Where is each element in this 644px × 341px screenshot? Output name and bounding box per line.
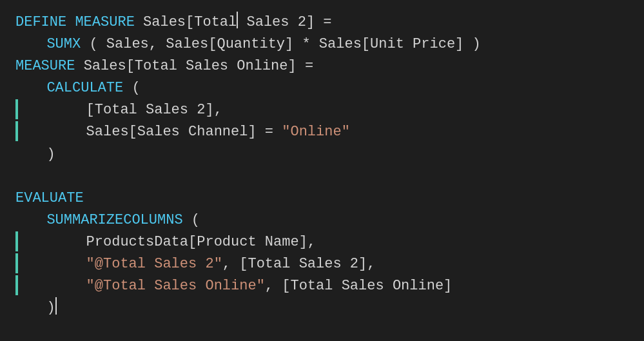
code-text: (: [123, 77, 140, 99]
keyword-summarizecolumns: SUMMARIZECOLUMNS: [46, 209, 182, 231]
string-total-sales-online: "@Total Sales Online": [86, 275, 265, 297]
blank-line: [15, 166, 629, 188]
code-line-2: SUMX ( Sales, Sales[Quantity] * Sales[Un…: [15, 34, 629, 55]
indent: [15, 297, 46, 319]
keyword-measure: MEASURE: [15, 55, 84, 77]
indent: [18, 275, 86, 297]
code-line-11: "@Total Sales 2", [Total Sales 2],: [15, 253, 629, 275]
code-line-10: ProductsData[Product Name],: [15, 231, 629, 253]
code-text: Sales 2] =: [238, 12, 331, 34]
string-online: "Online": [282, 121, 350, 143]
code-line-7: ): [15, 144, 629, 166]
code-line-5: [Total Sales 2],: [15, 99, 629, 121]
code-line-9: SUMMARIZECOLUMNS (: [15, 209, 629, 231]
code-editor[interactable]: DEFINE MEASURE Sales[Total Sales 2] = SU…: [0, 0, 644, 341]
code-line-4: CALCULATE (: [15, 77, 629, 99]
code-line-8: EVALUATE: [15, 188, 629, 209]
code-text: , [Total Sales 2],: [222, 253, 376, 275]
keyword-sumx: SUMX: [46, 34, 81, 55]
code-text: Sales[Total Sales Online] =: [84, 55, 313, 77]
keyword-calculate: CALCULATE: [46, 77, 123, 99]
code-line-1: DEFINE MEASURE Sales[Total Sales 2] =: [15, 12, 629, 34]
indent: [15, 209, 46, 231]
indent: [18, 99, 86, 121]
indent: [15, 77, 46, 99]
code-line-3: MEASURE Sales[Total Sales Online] =: [15, 55, 629, 77]
code-line-12: "@Total Sales Online", [Total Sales Onli…: [15, 275, 629, 297]
code-line-13: ): [15, 297, 629, 319]
indent: [18, 231, 86, 253]
code-line-6: Sales[Sales Channel] = "Online": [15, 121, 629, 143]
code-text: Sales[Total: [143, 12, 237, 34]
code-text: (: [183, 209, 200, 231]
code-text: ): [46, 144, 55, 166]
code-text: ): [46, 297, 55, 319]
keyword-define: DEFINE MEASURE: [15, 12, 143, 34]
indent: [15, 144, 46, 166]
code-text: [Total Sales 2],: [86, 99, 222, 121]
indent: [15, 34, 46, 55]
code-text: Sales[Sales Channel] =: [86, 121, 282, 143]
code-text: , [Total Sales Online]: [265, 275, 452, 297]
code-text: ProductsData[Product Name],: [86, 231, 316, 253]
indent: [18, 253, 86, 275]
indent: [18, 121, 86, 143]
keyword-evaluate: EVALUATE: [15, 188, 84, 209]
code-text: ( Sales, Sales[Quantity] * Sales[Unit Pr…: [81, 34, 481, 55]
end-cursor: [55, 297, 57, 314]
string-total-sales-2: "@Total Sales 2": [86, 253, 222, 275]
